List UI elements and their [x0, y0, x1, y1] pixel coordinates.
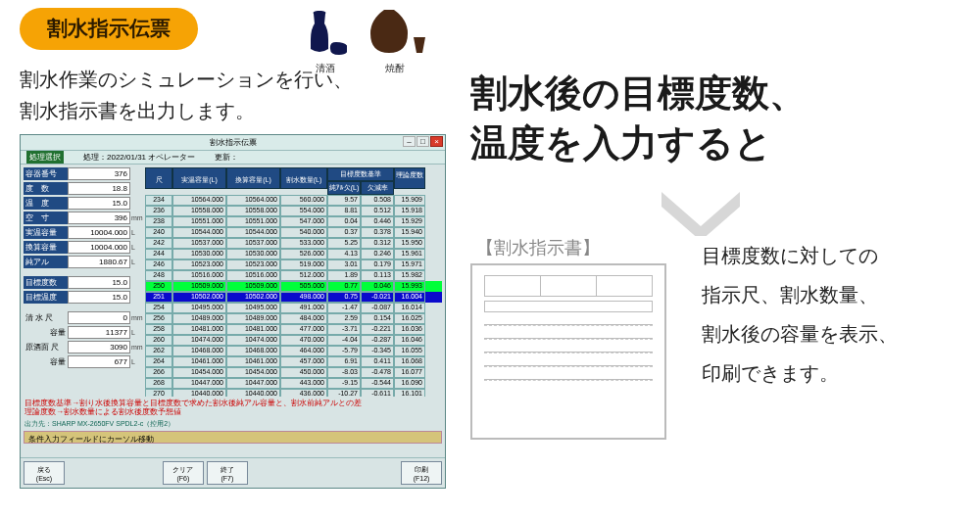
th-junaru-ketsu: 純ｱﾙ欠(L): [327, 181, 361, 195]
main-area: 容器番号376 度 数18.8 温 度15.0 空 寸396mm 実温容量100…: [21, 165, 445, 397]
print-destination: 出力先：SHARP MX-2650FV SPDL2-c（控用2）: [21, 419, 445, 431]
input-dosuu[interactable]: 18.8: [68, 182, 130, 195]
input-kusun[interactable]: 396: [68, 212, 130, 224]
label-junaru: 純アル: [24, 256, 68, 268]
input-jituon[interactable]: 10004.000: [68, 226, 130, 239]
table-row[interactable]: 25110502.00010502.000498.0000.75-0.02116…: [145, 292, 442, 303]
processing-select-button[interactable]: 処理選択: [26, 151, 64, 164]
value-seisui-shaku: 0: [68, 311, 130, 324]
table-row[interactable]: 24210537.00010537.000533.0005.250.31215.…: [145, 238, 442, 249]
app-window: 割水指示伝票 – □ × 処理選択 処理：2022/01/31 オペレーター 更…: [20, 134, 446, 489]
table-row[interactable]: 23610558.00010558.000554.0008.810.51215.…: [145, 206, 442, 216]
doc-paper-icon: [470, 263, 666, 440]
grid-area: 尺 実温容量(L) 換算容量(L) 割水数量(L) 目標度数基準 純ｱﾙ欠(L)…: [145, 167, 442, 397]
table-row[interactable]: 25010509.00010509.000505.0000.770.04615.…: [145, 281, 442, 292]
table-row[interactable]: 26210468.00010468.000464.000-5.79-0.3451…: [145, 346, 442, 356]
value-genshumen-youryou: 677: [68, 355, 130, 368]
th-ketsuritu: 欠減率: [361, 181, 394, 195]
label-mokuhyodo: 目標度数: [24, 276, 68, 289]
note1: 目標度数基準→割り水後換算容量と目標度数で求めた割水後純アル容量と、割水前純アル…: [24, 399, 441, 408]
table-row[interactable]: 24410530.00010530.000526.0004.130.24615.…: [145, 249, 442, 259]
maximize-button[interactable]: □: [416, 136, 429, 147]
table-row[interactable]: 26810447.00010447.000443.000-9.15-0.5441…: [145, 378, 442, 389]
table-row[interactable]: 23810551.00010551.000547.0000.040.44615.…: [145, 216, 442, 227]
th-mokuhyo-group: 目標度数基準: [327, 167, 394, 181]
footer-notes: 目標度数基準→割り水後換算容量と目標度数で求めた割水後純アル容量と、割水前純アル…: [21, 397, 445, 419]
th-kansan: 換算容量(L): [226, 167, 280, 189]
help-strip: 条件入力フィールドにカーソル移動: [24, 431, 442, 444]
label-kansan: 換算容量: [24, 241, 68, 254]
value-seisui-youryou: 11377: [68, 326, 130, 339]
arrow-down-icon: [657, 187, 960, 240]
table-row[interactable]: 26010474.00010474.000470.000-4.04-0.2871…: [145, 335, 442, 346]
result-text: 目標度数に対しての 指示尺、割水数量、 割水後の容量を表示、 印刷できます。: [702, 236, 898, 393]
doc-preview: 【割水指示書】: [470, 236, 674, 440]
big-heading-l2: 温度を入力すると: [470, 122, 772, 164]
table-row[interactable]: 25810481.00010481.000477.000-3.71-0.2211…: [145, 324, 442, 335]
big-heading-l1: 割水後の目標度数、: [470, 72, 807, 114]
label-ondo: 温 度: [24, 197, 68, 210]
th-shaku: 尺: [145, 167, 172, 189]
result-l2: 指示尺、割水数量、: [702, 284, 878, 306]
input-youkibangou[interactable]: 376: [68, 167, 130, 180]
clear-button[interactable]: クリア (F6): [163, 461, 204, 485]
close-button[interactable]: ×: [430, 136, 443, 147]
input-junaru[interactable]: 1880.67: [68, 256, 130, 268]
end-button[interactable]: 終了 (F7): [207, 461, 248, 485]
table-row[interactable]: 26610454.00010454.000450.000-8.03-0.4781…: [145, 367, 442, 378]
desc-line1: 割水作業のシミュレーションを行い、: [20, 69, 353, 90]
table-row[interactable]: 26410461.00010461.000457.0006.910.41116.…: [145, 356, 442, 367]
result-l1: 目標度数に対しての: [702, 245, 878, 266]
th-jituon: 実温容量(L): [172, 167, 226, 189]
label-seisui-shaku: 清 水 尺: [24, 311, 68, 324]
feature-badge: 割水指示伝票: [20, 8, 198, 50]
table-row[interactable]: 24810516.00010516.000512.0001.890.11315.…: [145, 270, 442, 281]
shochu-label: 焼酎: [365, 62, 425, 75]
window-buttons: – □ ×: [403, 136, 443, 147]
info-bar: 処理選択 処理：2022/01/31 オペレーター 更新：: [21, 151, 445, 165]
th-warimizu: 割水数量(L): [280, 167, 327, 189]
shochu-icon-group: 焼酎: [365, 8, 425, 75]
print-button[interactable]: 印刷 (F12): [401, 461, 442, 485]
minimize-button[interactable]: –: [403, 136, 416, 147]
input-kansan[interactable]: 10004.000: [68, 241, 130, 254]
label-seisui-youryou: 容量: [24, 326, 68, 339]
label-dosuu: 度 数: [24, 182, 68, 195]
label-genshumen-shaku: 原酒面 尺: [24, 341, 68, 353]
label-youkibangou: 容器番号: [24, 167, 68, 180]
grid-header: 尺 実温容量(L) 換算容量(L) 割水数量(L) 目標度数基準 純ｱﾙ欠(L)…: [145, 167, 442, 195]
table-row[interactable]: 25610489.00010489.000484.0002.590.15416.…: [145, 313, 442, 324]
sake-icon-group: 清酒: [304, 10, 347, 75]
label-mokuhyoondo: 目標温度: [24, 291, 68, 304]
result-l3: 割水後の容量を表示、: [702, 323, 898, 345]
left-column: 割水指示伝票 清酒 焼酎 割水作業のシミュレーションを行い、 割水指示書を出力し…: [20, 8, 441, 489]
input-mokuhyodo[interactable]: 15.0: [68, 276, 130, 289]
shochu-jar-icon: [365, 8, 425, 57]
note2: 理論度数→割水数量による割水後度数予想値: [24, 407, 441, 417]
update-field: 更新：: [215, 152, 238, 163]
table-row[interactable]: 27010440.00010440.000436.000-10.27-0.611…: [145, 389, 442, 397]
sake-label: 清酒: [304, 62, 347, 75]
table-row[interactable]: 24610523.00010523.000519.0003.010.17915.…: [145, 259, 442, 270]
input-mokuhyoondo[interactable]: 15.0: [68, 291, 130, 304]
bottom-row: 【割水指示書】 目標度数に対しての 指示尺、割水数量、 割水後の容量を表示、 印…: [470, 236, 960, 440]
table-row[interactable]: 23410564.00010564.000560.0009.570.50815.…: [145, 195, 442, 206]
table-row[interactable]: 25410495.00010495.000491.000-1.47-0.0871…: [145, 303, 442, 313]
doc-title: 【割水指示書】: [476, 236, 674, 259]
side-pane: 容器番号376 度 数18.8 温 度15.0 空 寸396mm 実温容量100…: [24, 167, 141, 397]
label-genshumen-youryou: 容量: [24, 355, 68, 368]
sake-bottle-icon: [304, 10, 347, 57]
label-jituon: 実温容量: [24, 226, 68, 239]
grid-body[interactable]: 23410564.00010564.000560.0009.570.50815.…: [145, 195, 442, 397]
result-l4: 印刷できます。: [702, 362, 839, 384]
th-rironteki: 理論度数: [394, 167, 425, 189]
input-ondo[interactable]: 15.0: [68, 197, 130, 210]
product-icons: 清酒 焼酎: [304, 8, 425, 75]
value-genshumen-shaku: 3090: [68, 341, 130, 353]
button-bar: 戻る (Esc) クリア (F6) 終了 (F7) 印刷 (F12): [21, 457, 445, 488]
right-column: 割水後の目標度数、 温度を入力すると 【割水指示書】 目標度数に対しての 指示尺…: [470, 69, 960, 440]
back-button[interactable]: 戻る (Esc): [24, 461, 65, 485]
desc-line2: 割水指示書を出力します。: [20, 100, 255, 121]
table-row[interactable]: 24010544.00010544.000540.0000.370.37815.…: [145, 227, 442, 238]
window-title: 割水指示伝票: [210, 137, 257, 148]
